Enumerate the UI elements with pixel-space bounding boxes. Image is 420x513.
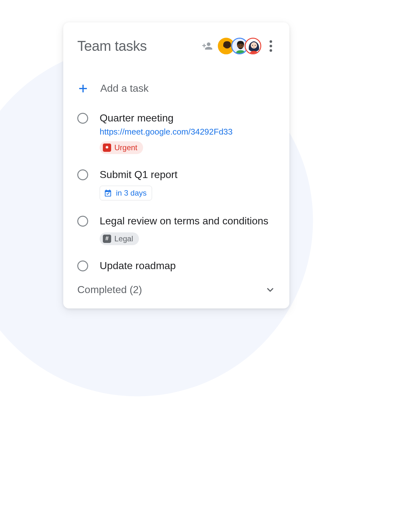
calendar-check-icon bbox=[104, 189, 112, 197]
task-body[interactable]: Legal review on terms and conditions # L… bbox=[100, 214, 275, 245]
header-actions bbox=[202, 38, 275, 54]
chevron-down-icon bbox=[265, 285, 275, 295]
completed-section-toggle[interactable]: Completed (2) bbox=[77, 284, 275, 296]
svg-point-2 bbox=[225, 45, 226, 46]
tag-urgent[interactable]: Urgent bbox=[100, 141, 143, 154]
task-body[interactable]: Submit Q1 report in 3 days bbox=[100, 168, 275, 201]
task-body[interactable]: Quarter meeting https://meet.google.com/… bbox=[100, 112, 275, 154]
task-checkbox[interactable] bbox=[77, 113, 88, 124]
completed-label: Completed (2) bbox=[77, 284, 142, 296]
plus-icon bbox=[77, 83, 89, 94]
siren-icon bbox=[103, 144, 111, 152]
task-row: Update roadmap bbox=[77, 259, 275, 275]
hash-icon: # bbox=[103, 235, 111, 243]
task-row: Quarter meeting https://meet.google.com/… bbox=[77, 112, 275, 154]
add-task-label: Add a task bbox=[100, 82, 149, 94]
task-body[interactable]: Update roadmap bbox=[100, 259, 275, 275]
task-title: Quarter meeting bbox=[100, 112, 275, 125]
person-add-icon bbox=[202, 41, 213, 51]
tag-label: Legal bbox=[114, 234, 133, 243]
add-task-button[interactable]: Add a task bbox=[77, 82, 275, 94]
due-label: in 3 days bbox=[116, 189, 147, 198]
more-vertical-icon bbox=[270, 40, 272, 43]
task-title: Update roadmap bbox=[100, 259, 275, 273]
tag-legal[interactable]: # Legal bbox=[100, 232, 139, 245]
avatar[interactable] bbox=[245, 38, 261, 54]
svg-point-3 bbox=[228, 45, 229, 46]
task-title: Legal review on terms and conditions bbox=[100, 214, 275, 228]
due-date-chip[interactable]: in 3 days bbox=[100, 186, 152, 200]
svg-point-10 bbox=[252, 45, 253, 46]
tag-label: Urgent bbox=[114, 143, 137, 152]
svg-point-11 bbox=[255, 45, 256, 46]
task-row: Submit Q1 report in 3 days bbox=[77, 168, 275, 201]
avatar-illustration bbox=[246, 39, 261, 54]
tasks-card: Team tasks bbox=[63, 22, 289, 308]
task-link[interactable]: https://meet.google.com/34292Fd33 bbox=[100, 127, 275, 137]
task-row: Legal review on terms and conditions # L… bbox=[77, 214, 275, 245]
task-checkbox[interactable] bbox=[77, 216, 88, 227]
card-header: Team tasks bbox=[77, 38, 275, 54]
more-menu-button[interactable] bbox=[266, 38, 275, 54]
svg-point-9 bbox=[251, 42, 257, 49]
list-title: Team tasks bbox=[77, 38, 147, 54]
task-checkbox[interactable] bbox=[77, 260, 88, 271]
add-person-button[interactable] bbox=[202, 41, 213, 51]
svg-point-7 bbox=[241, 45, 242, 46]
collaborator-avatars bbox=[218, 38, 261, 54]
svg-point-6 bbox=[239, 45, 240, 46]
task-checkbox[interactable] bbox=[77, 169, 88, 180]
task-title: Submit Q1 report bbox=[100, 168, 275, 182]
